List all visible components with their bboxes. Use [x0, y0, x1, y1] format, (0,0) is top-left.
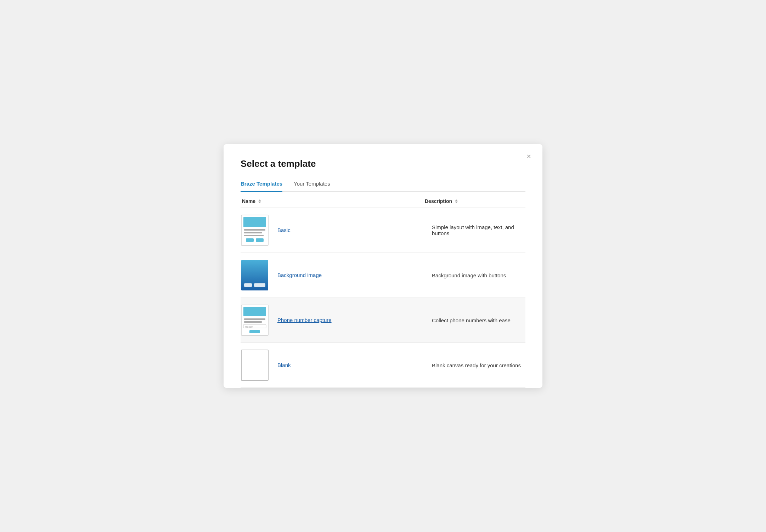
bg-name: Background image	[277, 272, 322, 278]
svg-rect-4	[244, 235, 264, 236]
svg-rect-8	[244, 283, 252, 287]
template-row-basic[interactable]: Basic Simple layout with image, text, an…	[241, 208, 525, 253]
phone-name: Phone number capture	[277, 317, 332, 323]
svg-rect-1	[243, 217, 266, 227]
table-header: Name Description	[241, 192, 525, 208]
svg-rect-11	[243, 307, 266, 316]
template-row-background-image[interactable]: Background image Background image with b…	[241, 253, 525, 298]
phone-name-col: Phone number capture	[276, 317, 432, 323]
basic-desc: Simple layout with image, text, and butt…	[432, 224, 525, 236]
desc-header-label: Description	[425, 198, 452, 204]
thumb-bg	[241, 259, 269, 291]
svg-rect-5	[246, 238, 254, 242]
svg-rect-9	[254, 283, 265, 287]
thumb-blank	[241, 349, 269, 381]
tab-your-templates[interactable]: Your Templates	[294, 178, 330, 192]
close-button[interactable]: ×	[524, 151, 534, 162]
bg-name-col: Background image	[276, 272, 432, 278]
svg-rect-2	[244, 229, 265, 231]
thumb-phone: xxx-xxx	[241, 304, 269, 336]
sort-up-icon2	[455, 199, 458, 201]
col-name-header: Name	[241, 198, 425, 204]
modal-title: Select a template	[241, 158, 525, 169]
phone-desc: Collect phone numbers with ease	[432, 317, 525, 323]
select-template-modal: × Select a template Braze Templates Your…	[224, 144, 542, 388]
svg-rect-12	[244, 318, 265, 320]
close-icon: ×	[526, 152, 531, 161]
thumb-basic	[241, 214, 269, 246]
blank-name-col: Blank	[276, 362, 432, 368]
template-row-phone-capture[interactable]: xxx-xxx Phone number capture Collect pho…	[241, 298, 525, 343]
bg-desc: Background image with buttons	[432, 272, 525, 278]
sort-down-icon2	[455, 202, 458, 203]
name-header-label: Name	[242, 198, 255, 204]
blank-name: Blank	[277, 362, 291, 368]
svg-rect-17	[241, 350, 268, 380]
basic-name-col: Basic	[276, 227, 432, 233]
desc-sort-icon[interactable]	[455, 199, 458, 203]
svg-rect-16	[249, 330, 260, 333]
sort-up-icon	[258, 199, 261, 201]
svg-text:xxx-xxx: xxx-xxx	[245, 326, 253, 328]
tab-braze-templates[interactable]: Braze Templates	[241, 178, 282, 192]
name-sort-icon[interactable]	[258, 199, 261, 203]
svg-rect-6	[256, 238, 264, 242]
tabs-container: Braze Templates Your Templates	[241, 178, 525, 192]
svg-rect-13	[244, 321, 262, 323]
template-row-blank[interactable]: Blank Blank canvas ready for your creati…	[241, 343, 525, 388]
svg-rect-3	[244, 232, 262, 233]
blank-desc: Blank canvas ready for your creations	[432, 362, 525, 368]
basic-name: Basic	[277, 227, 291, 233]
sort-down-icon	[258, 202, 261, 203]
col-desc-header: Description	[425, 198, 525, 204]
